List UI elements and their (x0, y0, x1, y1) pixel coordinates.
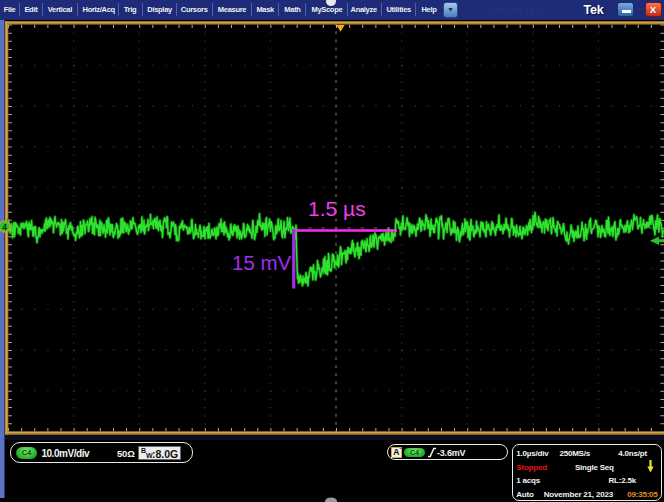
svg-text:4: 4 (2, 222, 7, 232)
svg-text:15 mV: 15 mV (232, 251, 292, 274)
svg-text:1.5 µs: 1.5 µs (308, 197, 366, 220)
